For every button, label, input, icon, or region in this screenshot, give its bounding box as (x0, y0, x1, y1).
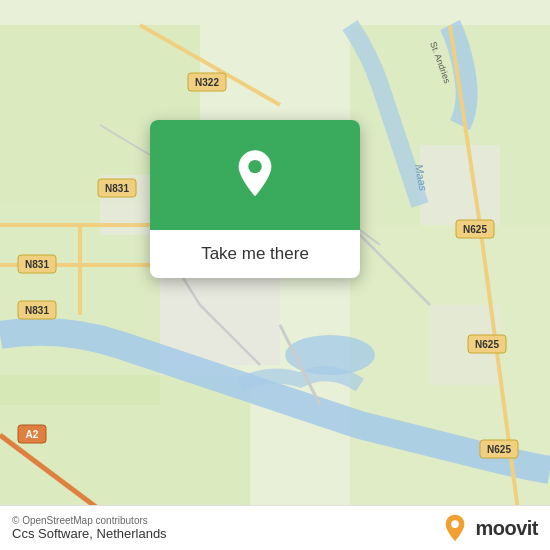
svg-text:N831: N831 (25, 305, 49, 316)
popup-card: Take me there (150, 120, 360, 278)
osm-credit: © OpenStreetMap contributors (12, 515, 167, 526)
svg-text:N831: N831 (25, 259, 49, 270)
svg-rect-3 (0, 375, 250, 525)
svg-text:N322: N322 (195, 77, 219, 88)
moovit-logo: moovit (441, 514, 538, 542)
svg-rect-9 (420, 145, 500, 225)
location-pin-icon (229, 149, 281, 201)
moovit-pin-icon (441, 514, 469, 542)
moovit-brand-text: moovit (475, 517, 538, 540)
location-name: Ccs Software, Netherlands (12, 526, 167, 541)
bottom-bar: © OpenStreetMap contributors Ccs Softwar… (0, 505, 550, 550)
popup-green-area (150, 120, 360, 230)
svg-text:A2: A2 (26, 429, 39, 440)
svg-point-44 (248, 160, 261, 173)
svg-text:N625: N625 (463, 224, 487, 235)
svg-text:N831: N831 (105, 183, 129, 194)
svg-text:N625: N625 (475, 339, 499, 350)
map-container: N322 N831 N831 N831 N625 N625 N625 A2 Ma… (0, 0, 550, 550)
take-me-there-button[interactable]: Take me there (150, 230, 360, 278)
svg-text:N625: N625 (487, 444, 511, 455)
bottom-info: © OpenStreetMap contributors Ccs Softwar… (12, 515, 167, 541)
svg-point-45 (452, 520, 460, 528)
